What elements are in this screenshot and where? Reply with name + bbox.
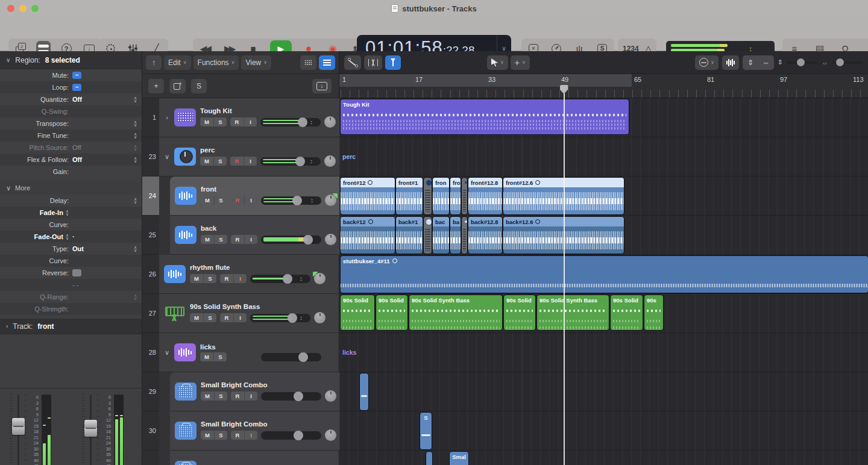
track-name[interactable]: 90s Solid Synth Bass	[190, 303, 335, 310]
volume-thumb[interactable]	[298, 352, 308, 362]
region[interactable]: 90s Solid	[376, 295, 407, 330]
track-header-config-button[interactable]: ↓	[312, 79, 332, 93]
flex-button[interactable]	[364, 55, 382, 70]
track-i-button[interactable]: I	[244, 196, 257, 205]
pan-knob[interactable]	[314, 273, 326, 284]
stepper-icon[interactable]: ∧∨	[66, 234, 69, 240]
disclosure-down-icon[interactable]: ∨	[164, 153, 170, 161]
waveform-blue-icon[interactable]	[164, 265, 186, 283]
stack-knob-icon[interactable]	[174, 148, 196, 166]
track-header[interactable]: Small Bright Combo	[170, 451, 339, 465]
pan-knob[interactable]	[324, 155, 336, 167]
checkbox[interactable]: –	[72, 72, 81, 79]
region[interactable]: 90s Solid	[341, 295, 374, 330]
track-i-button[interactable]: I	[244, 392, 257, 401]
waveform-zoom-button[interactable]	[722, 55, 739, 70]
volume-thumb[interactable]	[283, 274, 292, 284]
stepper-icon[interactable]: ∧∨	[134, 96, 137, 102]
track-row[interactable]: 2790s Solid Synth BassMSRI:	[142, 294, 339, 333]
track-m-button[interactable]: M	[190, 313, 203, 322]
track-row[interactable]: 30Small Bright ComboMSRI	[142, 411, 339, 451]
track-r-button[interactable]: R	[220, 313, 233, 322]
vertical-zoom-slider[interactable]	[787, 61, 818, 64]
volume-slider[interactable]: :	[250, 275, 310, 283]
stepper-icon[interactable]: ∧∨	[134, 133, 137, 139]
waveform-blue-icon[interactable]	[175, 187, 197, 205]
stepper-icon[interactable]: ∧∨	[134, 198, 137, 204]
track-name[interactable]: back	[201, 225, 336, 232]
fader-thumb[interactable]	[12, 418, 25, 435]
region[interactable]	[462, 178, 467, 214]
volume-thumb[interactable]	[292, 196, 302, 205]
drum-machine-icon[interactable]	[174, 108, 196, 126]
volume-thumb[interactable]	[294, 431, 303, 440]
volume-thumb[interactable]	[298, 117, 307, 127]
track-name[interactable]: perc	[200, 146, 336, 154]
track-s-button[interactable]: S	[203, 274, 216, 283]
track-name[interactable]: licks	[200, 343, 335, 351]
region-inspector-header[interactable]: ∨ Region: 8 selected	[0, 51, 142, 69]
region[interactable]: S	[420, 413, 432, 449]
amp-blue-icon[interactable]	[175, 461, 197, 465]
track-name[interactable]: Small Bright Combo	[201, 381, 336, 389]
track-i-button[interactable]: I	[233, 274, 247, 283]
command-tool-menu[interactable]: +∨	[511, 55, 530, 70]
region[interactable]: 90s Solid Synth Bass	[409, 295, 502, 330]
track-i-button[interactable]: I	[244, 157, 257, 166]
track-m-button[interactable]: M	[201, 196, 214, 205]
track-m-button[interactable]: M	[200, 157, 213, 166]
track-s-button[interactable]: S	[214, 235, 227, 244]
track-row[interactable]: 23∨percMSRI:	[142, 137, 339, 176]
track-row[interactable]: 24frontMSRI:	[142, 176, 339, 216]
track-r-button[interactable]: R	[231, 431, 244, 440]
pan-knob[interactable]	[325, 429, 336, 441]
region[interactable]	[424, 217, 432, 254]
stepper-icon[interactable]: ∧∨	[66, 210, 69, 216]
horizontal-auto-zoom-button[interactable]: ⇔	[758, 55, 774, 70]
stepper-icon[interactable]: ∧∨	[134, 120, 137, 126]
track-s-button[interactable]: S	[214, 431, 227, 440]
minimize-button[interactable]	[19, 5, 27, 12]
track-s-button[interactable]: S	[203, 313, 216, 322]
track-s-button[interactable]: S	[213, 157, 227, 166]
region[interactable]: 90s Solid	[504, 295, 535, 330]
track-s-button[interactable]: S	[213, 352, 227, 361]
region[interactable]: stuttbukser_4#11	[341, 256, 868, 293]
volume-slider[interactable]: :	[261, 236, 321, 244]
track-inspector-header[interactable]: › Track: front	[0, 319, 142, 334]
region[interactable]	[462, 217, 467, 254]
volume-fader[interactable]	[10, 395, 28, 465]
pan-knob[interactable]	[324, 116, 336, 128]
track-s-button[interactable]: S	[214, 196, 227, 205]
track-r-button[interactable]: R	[220, 274, 233, 283]
track-header[interactable]: Small Bright ComboMSRI	[170, 411, 340, 451]
stepper-icon[interactable]: ∧∨	[134, 157, 137, 163]
track-m-button[interactable]: M	[200, 117, 213, 126]
volume-slider[interactable]	[261, 353, 321, 361]
region[interactable]: fron	[433, 178, 449, 214]
region[interactable]: front#12.8	[468, 178, 502, 214]
track-m-button[interactable]: M	[201, 431, 214, 440]
track-r-button[interactable]: R	[231, 235, 244, 244]
track-i-button[interactable]: I	[244, 235, 257, 244]
menu-view[interactable]: View ∨	[241, 55, 271, 70]
volume-thumb[interactable]	[294, 392, 303, 401]
automation-button[interactable]	[344, 55, 361, 70]
keyboard-green-icon[interactable]	[164, 304, 186, 322]
region[interactable]: 90s Solid	[611, 295, 643, 330]
track-header[interactable]: ∨percMSRI:	[159, 137, 339, 176]
track-i-button[interactable]: I	[233, 313, 247, 322]
track-r-button[interactable]: R	[231, 196, 244, 205]
region[interactable]: Smal	[450, 452, 468, 465]
track-m-button[interactable]: M	[201, 392, 214, 401]
add-track-button[interactable]: +	[148, 79, 164, 93]
track-header[interactable]: backMSRI:	[170, 216, 340, 255]
track-row[interactable]: 1›Tough KitMSRI:	[142, 98, 339, 137]
region[interactable]: front#12	[341, 178, 395, 214]
track-row[interactable]: 28∨licksMS	[142, 333, 339, 372]
region[interactable]	[424, 178, 432, 214]
waveform-blue-icon[interactable]	[175, 226, 197, 244]
track-row[interactable]: 29Small Bright ComboMSRI	[142, 372, 339, 411]
track-header[interactable]: rhythm fluteMSRI:	[159, 255, 339, 294]
track-row[interactable]: 25backMSRI:	[142, 216, 339, 255]
